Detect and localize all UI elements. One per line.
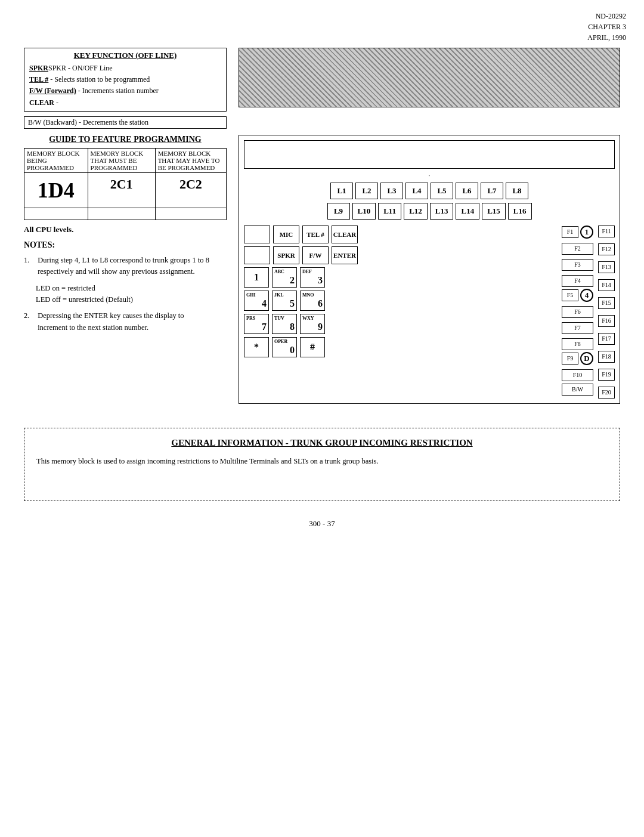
f2-key: F2 xyxy=(562,243,593,255)
note-2: 2. Depressing the ENTER key causes the d… xyxy=(24,310,227,333)
notes-title: NOTES: xyxy=(24,240,227,250)
kf-item-2: TEL # - Selects station to be programmed xyxy=(29,74,221,85)
l-row-2: L9 L10 L11 L12 L13 L14 L15 L16 xyxy=(244,203,615,220)
general-info-title: GENERAL INFORMATION - TRUNK GROUP INCOMI… xyxy=(36,438,608,448)
l2: L2 xyxy=(355,183,378,199)
key-star: * xyxy=(244,337,269,357)
key-7: PRS7 xyxy=(244,314,269,334)
f13-key: F13 xyxy=(598,261,615,273)
f1-key: F1 xyxy=(562,226,578,238)
f5-key: F5 xyxy=(562,289,578,301)
l10: L10 xyxy=(352,203,376,220)
f14-key: F14 xyxy=(598,279,615,291)
f5-row: F5 4 xyxy=(562,289,593,302)
l3: L3 xyxy=(380,183,403,199)
l14: L14 xyxy=(456,203,479,220)
key-hash: # xyxy=(300,337,325,357)
key-clear: CLEAR xyxy=(332,226,358,243)
diagram-dot: · xyxy=(244,172,615,179)
guide-title: GUIDE TO FEATURE PROGRAMMING xyxy=(24,135,227,144)
header-line2: CHAPTER 3 xyxy=(587,21,626,32)
key-4: GHI4 xyxy=(244,291,269,311)
key-3: DEF3 xyxy=(300,267,325,288)
row-spkr-fw-enter: SPKR F/W ENTER xyxy=(244,246,557,264)
header-line1: ND-20292 xyxy=(587,11,626,21)
f17-key: F17 xyxy=(598,333,615,345)
l12: L12 xyxy=(404,203,428,220)
page-number: 300 - 37 xyxy=(24,519,620,529)
header-info: ND-20292 CHAPTER 3 APRIL, 1990 xyxy=(587,11,626,43)
kf-item-4: CLEAR - xyxy=(29,97,221,109)
note-1: 1. During step 4, L1 to L8 correspond to… xyxy=(24,255,227,306)
key-tel-hash: TEL # xyxy=(302,226,329,243)
key-blank-1 xyxy=(244,226,270,243)
l6: L6 xyxy=(456,183,478,199)
num-row-2: GHI4 JKL5 MNO6 xyxy=(244,291,557,311)
f9-row: F9 D xyxy=(562,352,593,365)
key-mic: MIC xyxy=(273,226,299,243)
mid-fkeys-section: F1 1 F2 F3 F4 F5 4 F6 xyxy=(562,226,593,399)
diagram-top-area xyxy=(244,140,615,169)
f20-key: F20 xyxy=(598,387,615,399)
key-8: TUV8 xyxy=(272,314,297,334)
guide-left: GUIDE TO FEATURE PROGRAMMING MEMORY BLOC… xyxy=(24,135,227,404)
f10-key: F10 xyxy=(562,369,593,381)
guide-table: MEMORY BLOCK BEING PROGRAMMED MEMORY BLO… xyxy=(24,148,227,220)
key-5: JKL5 xyxy=(272,291,297,311)
key-9: WXY9 xyxy=(300,314,325,334)
bw-line: B/W (Backward) - Decrements the station xyxy=(24,116,227,129)
key-6: MNO6 xyxy=(300,291,325,311)
diagram-panel: · L1 L2 L3 L4 L5 L6 L7 L8 L9 L10 L11 L12… xyxy=(239,135,620,404)
col1-header: MEMORY BLOCK BEING PROGRAMMED xyxy=(24,148,88,172)
f4-key: F4 xyxy=(562,275,593,287)
circle-marker-1: 1 xyxy=(580,226,593,239)
f9-key: F9 xyxy=(562,353,578,365)
row1-col3: 2C2 xyxy=(155,172,226,208)
row1-col2: 2C1 xyxy=(88,172,155,208)
l9: L9 xyxy=(327,203,350,220)
key-spkr: SPKR xyxy=(273,246,299,264)
f3-key: F3 xyxy=(562,259,593,271)
l5: L5 xyxy=(431,183,453,199)
guide-section: GUIDE TO FEATURE PROGRAMMING MEMORY BLOC… xyxy=(24,135,620,404)
num-row-1: 1 ABC2 DEF3 xyxy=(244,267,557,288)
num-row-4: * OPER0 # xyxy=(244,337,557,357)
right-fkeys-section: F11 F12 F13 F14 F15 F16 F17 F18 xyxy=(598,226,615,399)
f8-key: F8 xyxy=(562,338,593,350)
f6-key: F6 xyxy=(562,306,593,318)
l1: L1 xyxy=(330,183,353,199)
key-fw: F/W xyxy=(302,246,329,264)
f18-key: F18 xyxy=(598,351,615,363)
key-enter: ENTER xyxy=(332,246,358,264)
l-row-1: L1 L2 L3 L4 L5 L6 L7 L8 xyxy=(244,183,615,199)
kf-item-3: F/W (Forward) - Increments station numbe… xyxy=(29,85,221,97)
col3-header: MEMORY BLOCK THAT MAY HAVE TO BE PROGRAM… xyxy=(155,148,226,172)
l16: L16 xyxy=(508,203,532,220)
key-0: OPER0 xyxy=(272,337,297,357)
key-function-box: KEY FUNCTION (OFF LINE) SPKRSPKR - ON/OF… xyxy=(24,48,227,112)
keypad-area: MIC TEL # CLEAR SPKR F/W ENTER 1 AB xyxy=(244,226,615,399)
row-mic-tel-clear: MIC TEL # CLEAR xyxy=(244,226,557,243)
f15-key: F15 xyxy=(598,297,615,309)
l13: L13 xyxy=(430,203,454,220)
general-info-section: GENERAL INFORMATION - TRUNK GROUP INCOMI… xyxy=(24,428,620,501)
general-info-text: This memory block is used to assign inco… xyxy=(36,455,608,467)
bw-key: B/W xyxy=(562,384,593,396)
top-section: KEY FUNCTION (OFF LINE) SPKRSPKR - ON/OF… xyxy=(24,48,620,112)
header-line3: APRIL, 1990 xyxy=(587,32,626,43)
col2-header: MEMORY BLOCK THAT MUST BE PROGRAMMED xyxy=(88,148,155,172)
circle-marker-4: 4 xyxy=(580,289,593,302)
circle-marker-d: D xyxy=(580,352,593,365)
num-row-3: PRS7 TUV8 WXY9 xyxy=(244,314,557,334)
l7: L7 xyxy=(481,183,503,199)
key-blank-2 xyxy=(244,246,270,264)
hatched-diagram xyxy=(239,48,620,107)
f7-key: F7 xyxy=(562,322,593,334)
f11-key: F11 xyxy=(598,226,615,237)
key-2: ABC2 xyxy=(272,267,297,288)
f12-key: F12 xyxy=(598,243,615,255)
f1-row: F1 1 xyxy=(562,226,593,239)
keypad-left: MIC TEL # CLEAR SPKR F/W ENTER 1 AB xyxy=(244,226,557,399)
cpu-levels: All CPU levels. xyxy=(24,225,227,234)
kf-item-1: SPKRSPKR - ON/OFF Line xyxy=(29,63,221,74)
